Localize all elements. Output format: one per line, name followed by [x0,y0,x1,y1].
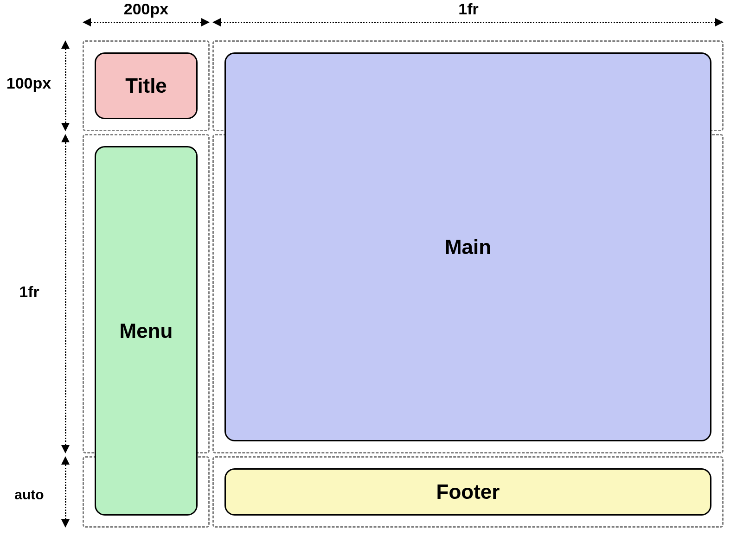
grid-layout-diagram: 200px 1fr 100px 1fr auto Title Menu Main… [0,0,756,542]
row2-height-label: 1fr [8,283,50,301]
col2-width-label: 1fr [213,0,724,18]
col1-dim-line [91,22,201,23]
col1-dim-arrow-right [201,18,210,26]
row3-dim-line [65,465,66,519]
region-title-label: Title [125,74,167,97]
col1-dim-arrow-left [83,18,91,26]
col2-dim-arrow-right [715,18,724,26]
region-menu: Menu [95,146,198,516]
row1-dim-line [65,49,66,123]
row2-dim-line [65,142,66,445]
region-menu-label: Menu [120,319,173,343]
row3-height-label: auto [8,487,50,503]
row2-dim-arrow-down [61,445,70,453]
region-title: Title [95,52,198,119]
col2-dim-line [221,22,715,23]
row2-dim-arrow-up [61,134,70,142]
row3-dim-arrow-up [61,456,70,465]
region-footer-label: Footer [436,480,500,504]
row1-dim-arrow-up [61,40,70,49]
region-footer: Footer [224,468,711,516]
region-main: Main [224,52,711,441]
row1-height-label: 100px [1,74,57,92]
region-main-label: Main [445,236,491,259]
row1-dim-arrow-down [61,123,70,131]
col2-dim-arrow-left [212,18,221,26]
col1-width-label: 200px [83,0,209,18]
row3-dim-arrow-down [61,519,70,528]
